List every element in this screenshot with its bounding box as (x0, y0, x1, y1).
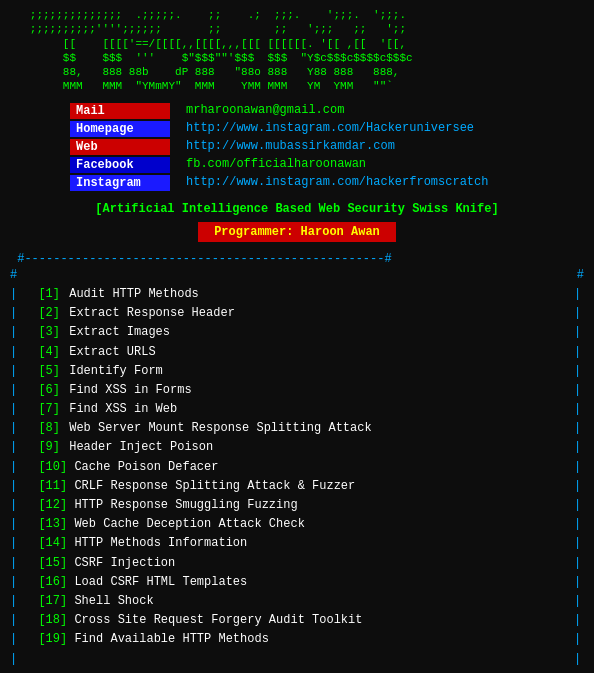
right-hash: # (577, 266, 584, 285)
list-item: | [17] Shell Shock | (10, 592, 584, 611)
pipe-right: | (574, 458, 584, 477)
instagram-row: Instagram http://www.instagram.com/hacke… (70, 174, 494, 192)
pipe-right: | (574, 592, 584, 611)
homepage-label: Homepage (70, 121, 170, 137)
menu-number: [9] (24, 438, 62, 457)
pipe-left: | (10, 496, 20, 515)
web-value[interactable]: http://www.mubassirkamdar.com (176, 139, 395, 153)
instagram-label: Instagram (70, 175, 170, 191)
web-label: Web (70, 139, 170, 155)
list-item: | [3] Extract Images | (10, 323, 584, 342)
pipe-left: | (10, 381, 20, 400)
menu-item[interactable]: [3] Extract Images (20, 323, 574, 342)
pipe-left: | (10, 438, 20, 457)
menu-item[interactable]: [14] HTTP Methods Information (20, 534, 574, 553)
menu-item[interactable]: [10] Cache Poison Defacer (20, 458, 574, 477)
menu-number: [4] (24, 343, 62, 362)
menu-text: HTTP Methods Information (67, 534, 247, 553)
pipe-right: | (574, 650, 584, 669)
list-item: | [16] Load CSRF HTML Templates | (10, 573, 584, 592)
pipe-right: | (574, 438, 584, 457)
pipe-left: | (10, 458, 20, 477)
menu-item[interactable]: [4] Extract URLS (20, 343, 574, 362)
pipe-right: | (574, 534, 584, 553)
menu-item[interactable]: [1] Audit HTTP Methods (20, 285, 574, 304)
pipe-left: | (10, 611, 20, 630)
facebook-value: fb.com/officialharoonawan (176, 157, 366, 171)
pipe-left: | (10, 343, 20, 362)
pipe-right: | (574, 554, 584, 573)
homepage-value[interactable]: http://www.instagram.com/Hackeruniversee (176, 121, 474, 135)
pipe-left: | (10, 362, 20, 381)
list-item: | [19] Find Available HTTP Methods | (10, 630, 584, 649)
menu-number: [6] (24, 381, 62, 400)
top-border: #---------------------------------------… (10, 252, 584, 266)
menu-item[interactable]: [17] Shell Shock (20, 592, 574, 611)
menu-number: [11] (24, 477, 67, 496)
list-item: | [13] Web Cache Deception Attack Check … (10, 515, 584, 534)
menu-number: [13] (24, 515, 67, 534)
pipe-left: | (10, 323, 20, 342)
left-hash: # (10, 266, 17, 285)
menu-item[interactable]: [11] CRLF Response Splitting Attack & Fu… (20, 477, 574, 496)
pipe-left: | (10, 534, 20, 553)
menu-text: Load CSRF HTML Templates (67, 573, 247, 592)
pipe-left: | (10, 554, 20, 573)
list-item: | [4] Extract URLS | (10, 343, 584, 362)
menu-text: HTTP Response Smuggling Fuzzing (67, 496, 297, 515)
menu-item[interactable]: [12] HTTP Response Smuggling Fuzzing (20, 496, 574, 515)
pipe-left: | (10, 573, 20, 592)
menu-item[interactable]: [13] Web Cache Deception Attack Check (20, 515, 574, 534)
list-item: | [14] HTTP Methods Information | (10, 534, 584, 553)
menu-text: Cache Poison Defacer (67, 458, 218, 477)
menu-text: Shell Shock (67, 592, 153, 611)
list-item: | [8] Web Server Mount Response Splittin… (10, 419, 584, 438)
facebook-label: Facebook (70, 157, 170, 173)
pipe-right: | (574, 630, 584, 649)
menu-item[interactable]: [19] Find Available HTTP Methods (20, 630, 574, 649)
list-item: | [5] Identify Form | (10, 362, 584, 381)
pipe-right: | (574, 343, 584, 362)
menu-text: Audit HTTP Methods (62, 285, 199, 304)
list-item: | [11] CRLF Response Splitting Attack & … (10, 477, 584, 496)
list-item: | [12] HTTP Response Smuggling Fuzzing | (10, 496, 584, 515)
menu-text: CSRF Injection (67, 554, 175, 573)
menu-text: Find Available HTTP Methods (67, 630, 269, 649)
menu-item[interactable]: [15] CSRF Injection (20, 554, 574, 573)
menu-number: [12] (24, 496, 67, 515)
menu-items: | [1] Audit HTTP Methods | | [2] Extract… (10, 285, 584, 650)
menu-text: Find XSS in Forms (62, 381, 192, 400)
menu-text: Identify Form (62, 362, 163, 381)
menu-item[interactable]: [16] Load CSRF HTML Templates (20, 573, 574, 592)
list-item: | [2] Extract Response Header | (10, 304, 584, 323)
menu-text: Find XSS in Web (62, 400, 177, 419)
menu-number: [14] (24, 534, 67, 553)
pipe-right: | (574, 304, 584, 323)
menu-item[interactable]: [18] Cross Site Request Forgery Audit To… (20, 611, 574, 630)
menu-text: Extract URLS (62, 343, 156, 362)
pipe-right: | (574, 611, 584, 630)
pipe-left: | (10, 515, 20, 534)
instagram-value[interactable]: http://www.instagram.com/hackerfromscrat… (176, 175, 488, 189)
pipe-left: | (10, 304, 20, 323)
pipe-left: | (10, 400, 20, 419)
menu-number: [1] (24, 285, 62, 304)
menu-item[interactable]: [9] Header Inject Poison (20, 438, 574, 457)
menu-item[interactable]: [8] Web Server Mount Response Splitting … (20, 419, 574, 438)
empty-row: # # (10, 266, 584, 285)
list-item: | [18] Cross Site Request Forgery Audit … (10, 611, 584, 630)
menu-item[interactable]: [5] Identify Form (20, 362, 574, 381)
pipe-right: | (574, 477, 584, 496)
mail-row: Mail mrharoonawan@gmail.com (70, 102, 494, 120)
menu-item[interactable]: [6] Find XSS in Forms (20, 381, 574, 400)
menu-item[interactable]: [7] Find XSS in Web (20, 400, 574, 419)
menu-number: [3] (24, 323, 62, 342)
facebook-row: Facebook fb.com/officialharoonawan (70, 156, 494, 174)
pipe-right: | (574, 515, 584, 534)
menu-number: [10] (24, 458, 67, 477)
list-item: | [6] Find XSS in Forms | (10, 381, 584, 400)
menu-item[interactable]: [2] Extract Response Header (20, 304, 574, 323)
pipe-left: | (10, 592, 20, 611)
pipe-right: | (574, 323, 584, 342)
programmer-badge: Programmer: Haroon Awan (198, 222, 396, 242)
